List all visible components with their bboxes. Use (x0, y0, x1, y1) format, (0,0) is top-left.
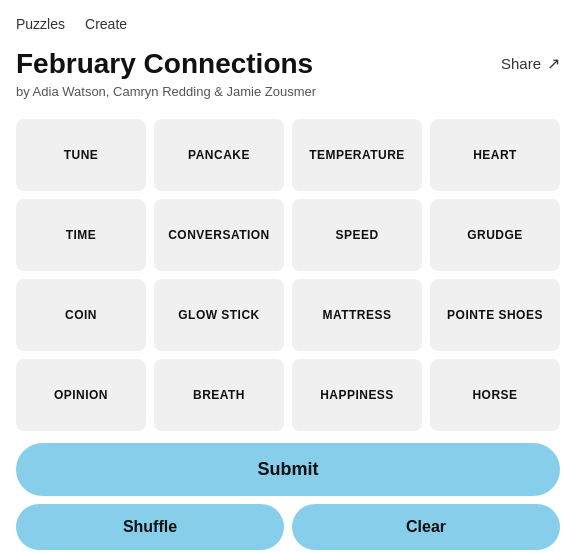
grid-cell[interactable]: TUNE (16, 119, 146, 191)
grid-cell[interactable]: TEMPERATURE (292, 119, 422, 191)
grid-cell[interactable]: HEART (430, 119, 560, 191)
grid-cell[interactable]: BREATH (154, 359, 284, 431)
page-byline: by Adia Watson, Camryn Redding & Jamie Z… (16, 84, 316, 99)
grid-cell[interactable]: CONVERSATION (154, 199, 284, 271)
grid-cell[interactable]: GLOW STICK (154, 279, 284, 351)
shuffle-button[interactable]: Shuffle (16, 504, 284, 550)
grid-cell[interactable]: TIME (16, 199, 146, 271)
grid-cell[interactable]: COIN (16, 279, 146, 351)
grid-cell[interactable]: HORSE (430, 359, 560, 431)
top-nav: Puzzles Create (16, 16, 560, 32)
grid-cell[interactable]: SPEED (292, 199, 422, 271)
grid-cell[interactable]: POINTE SHOES (430, 279, 560, 351)
page-title: February Connections (16, 48, 316, 80)
share-label: Share (501, 55, 541, 72)
clear-button[interactable]: Clear (292, 504, 560, 550)
nav-create[interactable]: Create (85, 16, 127, 32)
submit-button[interactable]: Submit (16, 443, 560, 496)
share-icon: ↗︎ (547, 54, 560, 73)
grid-cell[interactable]: OPINION (16, 359, 146, 431)
grid-cell[interactable]: PANCAKE (154, 119, 284, 191)
grid-cell[interactable]: HAPPINESS (292, 359, 422, 431)
share-button[interactable]: Share ↗︎ (501, 54, 560, 73)
word-grid: TUNEPANCAKETEMPERATUREHEARTTIMECONVERSAT… (16, 119, 560, 431)
bottom-buttons: Shuffle Clear (16, 504, 560, 550)
action-buttons: Submit Shuffle Clear (16, 443, 560, 550)
nav-puzzles[interactable]: Puzzles (16, 16, 65, 32)
grid-cell[interactable]: GRUDGE (430, 199, 560, 271)
grid-cell[interactable]: MATTRESS (292, 279, 422, 351)
